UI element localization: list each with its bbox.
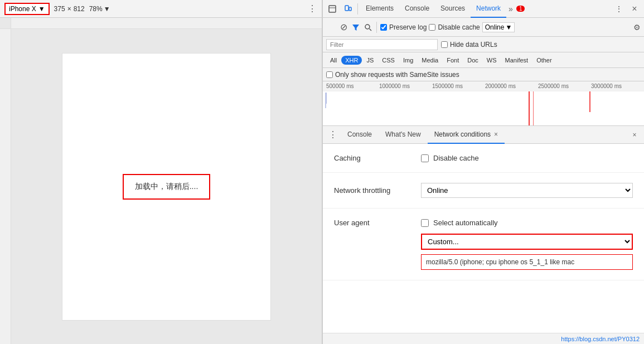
search-button[interactable] <box>363 22 373 32</box>
tab-whatsnew[interactable]: What's New <box>379 126 428 144</box>
zoom-label: 78% <box>89 5 103 13</box>
caching-control: Disable cache <box>421 154 633 162</box>
type-btn-ws[interactable]: WS <box>483 56 501 65</box>
custom-ua-row: Custom... <box>334 234 633 250</box>
svg-line-6 <box>370 28 372 31</box>
tab-sources[interactable]: Sources <box>435 0 471 18</box>
ruler-vertical <box>0 29 11 344</box>
throttling-select[interactable]: Online <box>421 183 633 198</box>
device-toggle-icon[interactable] <box>341 2 355 16</box>
filter-button[interactable] <box>351 22 361 32</box>
disable-cache-group[interactable]: Disable cache <box>429 23 480 31</box>
bottom-panel-close[interactable]: × <box>627 128 642 142</box>
type-btn-media[interactable]: Media <box>418 56 442 65</box>
timeline-label-3: 1500000 ms <box>432 81 485 91</box>
tab-console[interactable]: Console <box>399 0 435 18</box>
type-btn-font[interactable]: Font <box>443 56 463 65</box>
samesite-bar: Only show requests with SameSite issues <box>323 68 644 81</box>
timeline-redline-3 <box>589 91 590 112</box>
url-text: https://blog.csdn.net/PY0312 <box>561 336 640 342</box>
svg-rect-3 <box>349 7 351 11</box>
caching-row: Caching Disable cache <box>334 154 633 162</box>
devtools-close-icon[interactable]: × <box>627 2 642 16</box>
tab-network-conditions[interactable]: Network conditions × <box>428 126 505 144</box>
throttle-label: Online <box>485 23 505 31</box>
tab-elements[interactable]: Elements <box>360 0 399 18</box>
throttle-select[interactable]: Online ▼ <box>482 22 515 32</box>
dim-separator: × <box>67 5 71 13</box>
network-timeline: 500000 ms 1000000 ms 1500000 ms 2000000 … <box>323 81 644 126</box>
whatsnew-tab-label: What's New <box>385 130 421 138</box>
bottom-panels: ⋮ Console What's New Network conditions … <box>323 126 644 333</box>
bottom-tabs-dots[interactable]: ⋮ <box>325 129 341 140</box>
device-frame: 加载中，请稍后.... <box>62 53 271 321</box>
preserve-log-checkbox[interactable] <box>380 24 387 31</box>
devtools-more-icon[interactable]: ⋮ <box>612 2 626 16</box>
disable-cache-checkbox[interactable] <box>429 24 435 31</box>
zoom-selector[interactable]: 78% ▼ <box>89 5 110 13</box>
device-name-label: iPhone X <box>9 5 36 13</box>
type-btn-all[interactable]: All <box>326 56 341 65</box>
device-height: 812 <box>74 5 85 13</box>
device-selector[interactable]: iPhone X ▼ <box>4 3 50 15</box>
caching-label: Caching <box>334 154 412 162</box>
ua-string-display: mozilla/5.0 (iphone; cpu iphone os 5_1_1… <box>421 254 633 270</box>
console-tab-label: Console <box>347 130 372 138</box>
type-btn-img[interactable]: Img <box>399 56 417 65</box>
tab-console-bottom[interactable]: Console <box>341 126 379 144</box>
filter-input[interactable] <box>326 39 438 50</box>
timeline-chart <box>323 91 644 126</box>
custom-ua-select[interactable]: Custom... <box>421 234 633 250</box>
tabs-more-icon[interactable]: » <box>506 4 515 13</box>
type-btn-xhr[interactable]: XHR <box>341 56 362 65</box>
disable-cache-nc-label: Disable cache <box>433 154 479 162</box>
ruler-corner <box>0 18 11 28</box>
network-settings-icon[interactable]: ⚙ <box>633 23 641 32</box>
samesite-checkbox[interactable] <box>326 71 333 78</box>
timeline-label-1: 500000 ms <box>326 81 379 91</box>
loading-box: 加载中，请稍后.... <box>123 174 211 200</box>
clear-button[interactable]: ⊘ <box>338 22 348 32</box>
timeline-label-2: 1000000 ms <box>379 81 432 91</box>
inspect-icon[interactable] <box>325 2 340 16</box>
type-btn-manifest[interactable]: Manifest <box>501 56 532 65</box>
device-panel: iPhone X ▼ 375 × 812 78% ▼ ⋮ <box>0 0 322 344</box>
disable-cache-nc-checkbox[interactable] <box>421 154 429 162</box>
network-conditions-close-icon[interactable]: × <box>494 130 498 138</box>
device-toolbar: iPhone X ▼ 375 × 812 78% ▼ ⋮ <box>0 0 322 18</box>
filter-bar: Hide data URLs <box>323 37 644 52</box>
type-filter-bar: All XHR JS CSS Img Media Font Doc WS Man… <box>323 52 644 68</box>
timeline-label-5: 2500000 ms <box>538 81 591 91</box>
user-agent-row: User agent Select automatically <box>334 219 633 227</box>
devtools-panel: Elements Console Sources Network » 1 ⋮ × <box>322 0 644 344</box>
type-btn-js[interactable]: JS <box>362 56 377 65</box>
preserve-log-label: Preserve log <box>389 23 427 31</box>
disable-cache-label: Disable cache <box>438 23 480 31</box>
samesite-label: Only show requests with SameSite issues <box>335 71 459 79</box>
select-auto-checkbox[interactable] <box>421 219 429 227</box>
nt-separator-1 <box>376 22 377 33</box>
type-btn-other[interactable]: Other <box>532 56 556 65</box>
toolbar-separator-1 <box>357 3 358 14</box>
url-bar: https://blog.csdn.net/PY0312 <box>323 333 644 344</box>
throttling-row: Network throttling Online <box>334 183 633 198</box>
throttle-dropdown-icon: ▼ <box>505 23 512 31</box>
device-toolbar-more[interactable]: ⋮ <box>308 3 317 14</box>
type-btn-css[interactable]: CSS <box>378 56 399 65</box>
select-auto-label: Select automatically <box>433 219 498 227</box>
error-badge: 1 <box>516 6 525 12</box>
tab-network[interactable]: Network <box>471 0 506 18</box>
network-conditions-panel: Caching Disable cache Network throttling <box>323 144 644 333</box>
record-button[interactable] <box>326 22 336 32</box>
hide-data-urls-checkbox[interactable] <box>441 41 448 48</box>
timeline-blip-2 <box>326 93 327 104</box>
preserve-log-group[interactable]: Preserve log <box>380 23 427 31</box>
timeline-redline-1 <box>529 91 530 126</box>
timeline-label-6: 3000000 ms <box>591 81 644 91</box>
timeline-labels: 500000 ms 1000000 ms 1500000 ms 2000000 … <box>323 81 644 91</box>
timeline-label-4: 2000000 ms <box>485 81 538 91</box>
hide-data-urls-group[interactable]: Hide data URLs <box>441 41 497 49</box>
throttling-control: Online <box>421 183 633 198</box>
preview-content: 加载中，请稍后.... <box>11 29 322 344</box>
type-btn-doc[interactable]: Doc <box>463 56 482 65</box>
